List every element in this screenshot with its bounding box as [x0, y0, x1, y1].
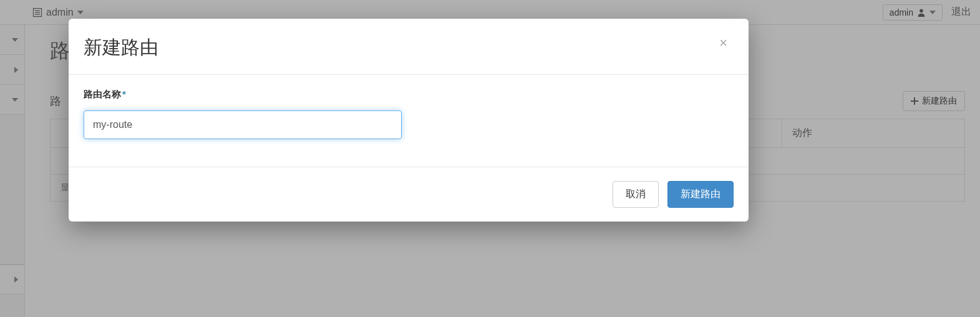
modal-footer: 取消 新建路由: [69, 167, 749, 222]
required-mark: *: [122, 89, 126, 99]
route-name-label-text: 路由名称: [84, 89, 121, 99]
cancel-button[interactable]: 取消: [613, 181, 659, 208]
route-name-label: 路由名称*: [84, 89, 126, 99]
route-name-input[interactable]: [84, 110, 402, 139]
modal-title: 新建路由: [84, 35, 158, 61]
modal-header: 新建路由 ×: [69, 19, 749, 75]
close-icon[interactable]: ×: [717, 35, 730, 51]
modal-body: 路由名称*: [69, 75, 749, 167]
new-route-modal: 新建路由 × 路由名称* 取消 新建路由: [69, 19, 749, 222]
create-route-button[interactable]: 新建路由: [667, 181, 734, 208]
